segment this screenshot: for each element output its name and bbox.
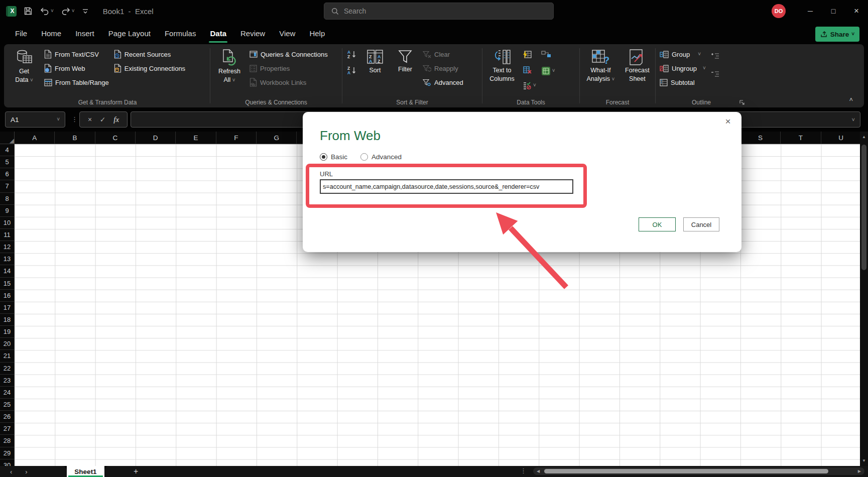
ok-button[interactable]: OK (639, 217, 676, 231)
next-sheet-icon[interactable]: › (25, 468, 27, 475)
close-button[interactable]: × (845, 0, 868, 22)
row-header-22[interactable]: 22 (0, 363, 14, 375)
confirm-entry-icon[interactable]: ✓ (100, 115, 106, 124)
data-validation-button[interactable]: ˅ (523, 79, 536, 91)
row-header-11[interactable]: 11 (0, 229, 14, 241)
sort-descending-button[interactable]: ZA (346, 64, 357, 76)
tab-insert[interactable]: Insert (68, 22, 101, 44)
tab-formulas[interactable]: Formulas (158, 22, 203, 44)
row-header-15[interactable]: 15 (0, 278, 14, 290)
row-header-7[interactable]: 7 (0, 180, 14, 192)
row-header-30[interactable]: 30 (0, 459, 14, 466)
row-header-16[interactable]: 16 (0, 290, 14, 302)
tab-file[interactable]: File (8, 22, 34, 44)
insert-function-icon[interactable]: fx (113, 115, 119, 124)
row-header-17[interactable]: 17 (0, 302, 14, 314)
manage-data-model-button[interactable]: ˅ (541, 65, 555, 77)
row-header-23[interactable]: 23 (0, 375, 14, 387)
tab-home[interactable]: Home (34, 22, 68, 44)
row-header-28[interactable]: 28 (0, 435, 14, 447)
radio-basic[interactable]: Basic (320, 153, 347, 161)
row-header-19[interactable]: 19 (0, 326, 14, 338)
group-button[interactable]: Group ˅ (660, 48, 706, 60)
row-header-6[interactable]: 6 (0, 168, 14, 180)
cancel-button[interactable]: Cancel (683, 217, 719, 231)
row-header-8[interactable]: 8 (0, 193, 14, 205)
sort-button[interactable]: Z A A Z Sort (362, 48, 388, 74)
maximize-button[interactable]: □ (822, 0, 845, 22)
refresh-all-button[interactable]: Refresh All ˅ (214, 48, 244, 84)
row-header-29[interactable]: 29 (0, 447, 14, 459)
radio-advanced[interactable]: Advanced (360, 153, 402, 161)
row-header-10[interactable]: 10 (0, 217, 14, 229)
column-header-C[interactable]: C (95, 132, 136, 144)
share-button[interactable]: Share ˅ (815, 27, 859, 42)
text-to-columns-button[interactable]: Text to Columns (486, 48, 518, 83)
row-header-9[interactable]: 9 (0, 205, 14, 217)
row-header-5[interactable]: 5 (0, 156, 14, 168)
name-box-dropdown-icon[interactable]: ˅ (57, 117, 60, 122)
get-data-button[interactable]: Get Data ˅ (9, 48, 39, 84)
existing-connections-button[interactable]: Existing Connections (114, 62, 185, 74)
advanced-filter-button[interactable]: Advanced (423, 76, 463, 88)
scroll-left-icon[interactable]: ◀ (537, 469, 540, 473)
scroll-down-icon[interactable]: ▼ (860, 458, 868, 463)
horizontal-scrollbar[interactable]: ◀ ▶ (533, 467, 864, 475)
new-sheet-button[interactable]: + (134, 466, 138, 477)
vertical-scrollbar[interactable]: ▲ ▼ (860, 132, 868, 466)
forecast-sheet-button[interactable]: Forecast Sheet (623, 48, 652, 83)
dialog-close-icon[interactable]: × (721, 115, 734, 128)
tab-review[interactable]: Review (233, 22, 272, 44)
search-input[interactable]: Search (324, 3, 554, 20)
redo-button[interactable]: ˅ (61, 7, 75, 16)
remove-duplicates-button[interactable] (523, 64, 536, 76)
scroll-up-icon[interactable]: ▲ (860, 135, 868, 139)
filter-button[interactable]: Filter (393, 48, 418, 73)
row-header-25[interactable]: 25 (0, 399, 14, 411)
what-if-analysis-button[interactable]: ? What-If Analysis ˅ (584, 48, 617, 83)
relationships-button[interactable] (541, 48, 555, 60)
subtotal-button[interactable]: Subtotal (660, 76, 706, 88)
row-header-27[interactable]: 27 (0, 423, 14, 435)
from-text-csv-button[interactable]: From Text/CSV (44, 48, 109, 60)
excel-app-icon[interactable]: X (6, 6, 17, 17)
column-header-B[interactable]: B (55, 132, 95, 144)
column-header-T[interactable]: T (781, 132, 821, 144)
flash-fill-button[interactable] (523, 48, 536, 60)
row-header-26[interactable]: 26 (0, 411, 14, 423)
row-header-4[interactable]: 4 (0, 144, 14, 156)
expand-formula-bar-icon[interactable]: ˅ (852, 116, 855, 123)
row-header-20[interactable]: 20 (0, 338, 14, 350)
sheet-bar-dots-icon[interactable]: ⋮ (520, 467, 527, 474)
row-header-24[interactable]: 24 (0, 387, 14, 399)
customize-quick-access-icon[interactable] (82, 8, 89, 15)
column-header-E[interactable]: E (176, 132, 216, 144)
row-header-18[interactable]: 18 (0, 314, 14, 326)
row-header-13[interactable]: 13 (0, 253, 14, 265)
previous-sheet-icon[interactable]: ‹ (10, 468, 12, 475)
undo-dropdown-icon[interactable]: ˅ (51, 9, 54, 14)
from-web-button[interactable]: From Web (44, 62, 109, 74)
row-header-14[interactable]: 14 (0, 265, 14, 277)
outline-dialog-launcher-icon[interactable] (739, 99, 745, 105)
undo-button[interactable]: ˅ (40, 7, 54, 16)
column-header-S[interactable]: S (740, 132, 781, 144)
hide-detail-button[interactable] (711, 68, 719, 80)
sheet-tab-sheet1[interactable]: Sheet1 (67, 466, 104, 477)
row-header-21[interactable]: 21 (0, 350, 14, 362)
column-header-F[interactable]: F (216, 132, 257, 144)
horizontal-scroll-thumb[interactable] (544, 469, 828, 473)
name-box[interactable]: A1 ˅ (5, 111, 65, 128)
tab-page-layout[interactable]: Page Layout (101, 22, 158, 44)
show-detail-button[interactable] (711, 50, 719, 62)
tab-view[interactable]: View (272, 22, 302, 44)
account-avatar[interactable]: DO (772, 4, 786, 18)
url-input[interactable] (320, 179, 573, 194)
recent-sources-button[interactable]: Recent Sources (114, 48, 185, 60)
column-header-A[interactable]: A (15, 132, 55, 144)
column-header-G[interactable]: G (257, 132, 297, 144)
formula-bar-dots-icon[interactable]: ⋮ (71, 115, 78, 123)
vertical-scroll-thumb[interactable] (861, 145, 866, 270)
scroll-right-icon[interactable]: ▶ (858, 469, 861, 473)
tab-help[interactable]: Help (302, 22, 332, 44)
